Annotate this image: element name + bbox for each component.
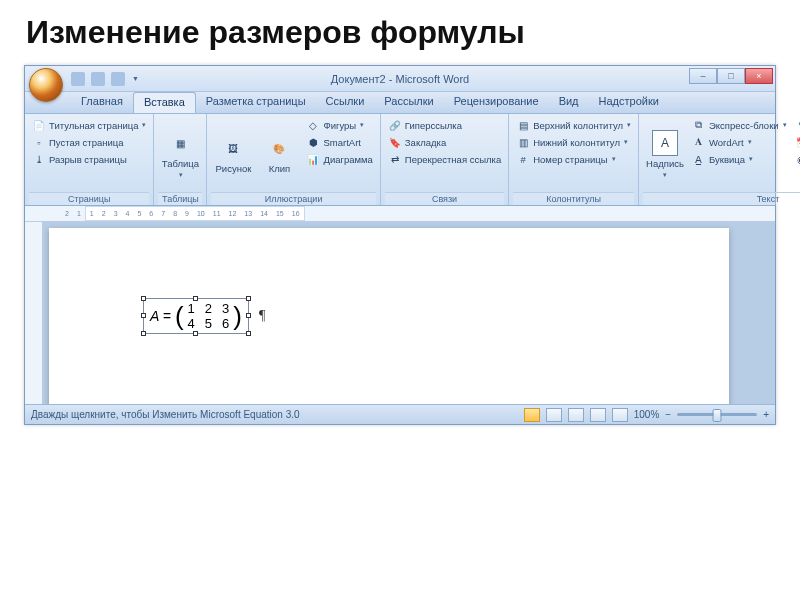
resize-handle[interactable] [246,296,251,301]
group-illustrations: 🖼Рисунок 🎨Клип ◇Фигуры▾ ⬢SmartArt 📊Диагр… [207,114,380,205]
resize-handle[interactable] [246,331,251,336]
zoom-level[interactable]: 100% [634,409,660,420]
chart-icon: 📊 [306,152,320,166]
zoom-in-button[interactable]: + [763,409,769,420]
resize-handle[interactable] [246,313,251,318]
matrix: 123 456 [188,302,230,330]
quick-access-toolbar: ▼ [71,72,139,86]
titlebar: ▼ Документ2 - Microsoft Word – □ × [25,66,775,92]
tab-insert[interactable]: Вставка [133,92,196,113]
smartart-icon: ⬢ [306,135,320,149]
window-controls: – □ × [689,68,773,84]
bookmark-button[interactable]: 🔖Закладка [385,134,504,150]
footer-button[interactable]: ▥Нижний колонтитул▾ [513,134,634,150]
paren-right-icon: ) [233,307,242,325]
dropcap-button[interactable]: A̲Буквица▾ [689,151,790,167]
status-message: Дважды щелкните, чтобы Изменить Microsof… [31,409,300,420]
object-button[interactable]: ◉Объект▾ [792,151,800,167]
wordart-icon: 𝐀 [692,135,706,149]
horizontal-ruler[interactable]: 21 12345678910111213141516 [25,206,775,222]
table-icon: ▦ [167,130,193,156]
group-links: 🔗Гиперссылка 🔖Закладка ⇄Перекрестная ссы… [381,114,509,205]
blank-page-icon: ▫ [32,135,46,149]
view-outline-button[interactable] [590,408,606,422]
view-fullscreen-button[interactable] [546,408,562,422]
group-label: Колонтитулы [513,192,634,205]
pagenum-button[interactable]: #Номер страницы▾ [513,151,634,167]
object-icon: ◉ [795,152,800,166]
tab-addins[interactable]: Надстройки [589,92,669,113]
zoom-out-button[interactable]: − [665,409,671,420]
tab-home[interactable]: Главная [71,92,133,113]
page-break-button[interactable]: ⤓Разрыв страницы [29,151,149,167]
tab-references[interactable]: Ссылки [316,92,375,113]
document-area: A = ( 123 456 ) ¶ [25,222,775,404]
group-label: Таблицы [158,192,202,205]
cover-page-button[interactable]: 📄Титульная страница▾ [29,117,149,133]
wordart-button[interactable]: 𝐀WordArt▾ [689,134,790,150]
sigline-icon: ✎ [795,118,800,132]
textbox-button[interactable]: AНадпись▾ [643,117,687,192]
group-label: Текст [643,192,800,205]
crossref-button[interactable]: ⇄Перекрестная ссылка [385,151,504,167]
vertical-ruler[interactable] [25,222,43,404]
hyperlink-icon: 🔗 [388,118,402,132]
view-print-layout-button[interactable] [524,408,540,422]
blank-page-button[interactable]: ▫Пустая страница [29,134,149,150]
zoom-slider[interactable] [677,413,757,416]
clip-button[interactable]: 🎨Клип [257,117,301,192]
tab-view[interactable]: Вид [549,92,589,113]
qat-save-icon[interactable] [71,72,85,86]
datetime-icon: 📅 [795,135,800,149]
slide-title: Изменение размеров формулы [0,0,800,61]
qat-undo-icon[interactable] [91,72,105,86]
tab-page-layout[interactable]: Разметка страницы [196,92,316,113]
group-text: AНадпись▾ ⧉Экспресс-блоки▾ 𝐀WordArt▾ A̲Б… [639,114,800,205]
office-button[interactable] [29,68,63,102]
bookmark-icon: 🔖 [388,135,402,149]
hyperlink-button[interactable]: 🔗Гиперссылка [385,117,504,133]
ribbon-tabs: Главная Вставка Разметка страницы Ссылки… [25,92,775,114]
sigline-button[interactable]: ✎Строка подписи▾ [792,117,800,133]
window-title: Документ2 - Microsoft Word [331,73,469,85]
chart-button[interactable]: 📊Диаграмма [303,151,375,167]
view-web-button[interactable] [568,408,584,422]
pagenum-icon: # [516,152,530,166]
picture-icon: 🖼 [220,135,246,161]
smartart-button[interactable]: ⬢SmartArt [303,134,375,150]
crossref-icon: ⇄ [388,152,402,166]
equation-object[interactable]: A = ( 123 456 ) [143,298,249,334]
resize-handle[interactable] [193,296,198,301]
group-label: Связи [385,192,504,205]
group-tables: ▦ Таблица▾ Таблицы [154,114,207,205]
table-button[interactable]: ▦ Таблица▾ [158,117,202,192]
resize-handle[interactable] [141,313,146,318]
textbox-icon: A [652,130,678,156]
maximize-button[interactable]: □ [717,68,745,84]
minimize-button[interactable]: – [689,68,717,84]
resize-handle[interactable] [141,296,146,301]
pilcrow-mark: ¶ [259,308,265,324]
qat-dropdown-icon[interactable]: ▼ [132,75,139,82]
group-label: Иллюстрации [211,192,375,205]
paren-left-icon: ( [175,307,184,325]
page[interactable]: A = ( 123 456 ) ¶ [49,228,729,404]
picture-button[interactable]: 🖼Рисунок [211,117,255,192]
close-button[interactable]: × [745,68,773,84]
datetime-button[interactable]: 📅Дата и время [792,134,800,150]
ribbon: 📄Титульная страница▾ ▫Пустая страница ⤓Р… [25,114,775,206]
shapes-button[interactable]: ◇Фигуры▾ [303,117,375,133]
header-button[interactable]: ▤Верхний колонтитул▾ [513,117,634,133]
resize-handle[interactable] [193,331,198,336]
statusbar: Дважды щелкните, чтобы Изменить Microsof… [25,404,775,424]
view-draft-button[interactable] [612,408,628,422]
word-window: ▼ Документ2 - Microsoft Word – □ × Главн… [24,65,776,425]
quickparts-button[interactable]: ⧉Экспресс-блоки▾ [689,117,790,133]
page-break-icon: ⤓ [32,152,46,166]
equation-lhs: A = [150,308,171,324]
resize-handle[interactable] [141,331,146,336]
qat-redo-icon[interactable] [111,72,125,86]
cover-page-icon: 📄 [32,118,46,132]
tab-review[interactable]: Рецензирование [444,92,549,113]
tab-mailings[interactable]: Рассылки [374,92,443,113]
